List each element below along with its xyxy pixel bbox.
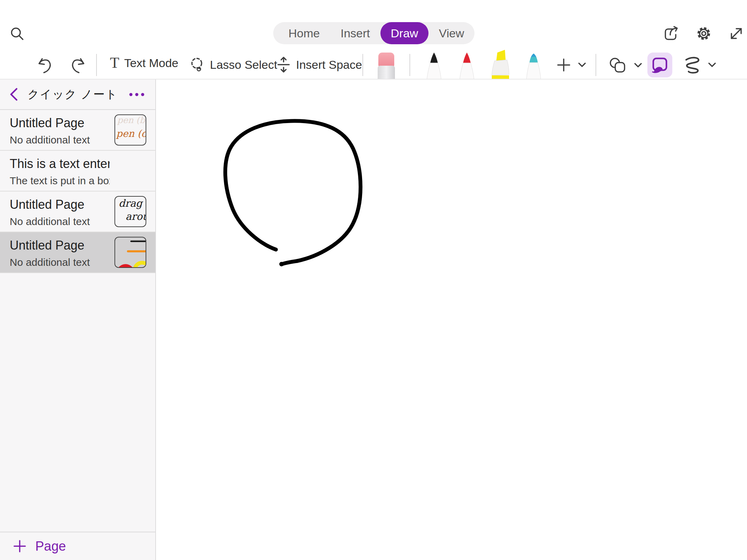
text-mode-button[interactable]: T Text Mode <box>110 55 178 71</box>
lasso-select-label: Lasso Select <box>210 58 277 72</box>
more-options-button[interactable] <box>127 91 146 98</box>
expand-icon <box>728 25 745 42</box>
tab-view[interactable]: View <box>428 22 474 44</box>
back-chevron-icon[interactable] <box>9 87 18 101</box>
search-icon <box>10 26 25 41</box>
undo-button[interactable] <box>36 57 54 74</box>
page-list-item-selected[interactable]: Untitled Page No additional text <box>0 232 155 273</box>
toolbar-divider <box>362 54 363 76</box>
toolbar-divider <box>96 54 97 76</box>
eraser-tool[interactable] <box>377 53 395 80</box>
ink-stroke-tail <box>282 261 297 264</box>
chevron-down-icon <box>634 63 642 68</box>
settings-button[interactable] <box>695 25 712 42</box>
top-bar: Home Insert Draw View <box>0 0 747 80</box>
ribbon-tabbar: Home Insert Draw View <box>273 22 474 44</box>
page-subtitle: No additional text <box>10 256 110 268</box>
red-pen-icon <box>456 52 477 80</box>
ink-stroke-circle <box>225 121 360 261</box>
page-title: Untitled Page <box>10 197 110 212</box>
redo-icon <box>68 57 86 74</box>
search-button[interactable] <box>9 26 26 42</box>
yellow-highlighter-icon <box>489 49 511 80</box>
thumbnail-handwriting: pen (ora <box>116 128 146 139</box>
chevron-down-icon <box>708 63 716 67</box>
fullscreen-button[interactable] <box>728 25 745 42</box>
page-list-item[interactable]: Untitled Page No additional text pen (bl… <box>0 110 155 151</box>
galaxy-pen-icon <box>523 52 544 80</box>
red-pen-tool[interactable] <box>456 52 477 80</box>
eraser-icon <box>377 53 395 80</box>
tab-insert[interactable]: Insert <box>330 22 380 44</box>
shapes-icon <box>609 57 627 73</box>
tab-home[interactable]: Home <box>278 22 330 44</box>
add-pen-button[interactable] <box>556 57 586 73</box>
page-title: Untitled Page <box>10 116 110 130</box>
page-title: This is a text entered in... <box>10 157 110 171</box>
undo-icon <box>36 57 54 74</box>
thumbnail-handwriting: pen (bl <box>117 115 146 125</box>
redo-button[interactable] <box>68 57 86 74</box>
yellow-highlighter-tool[interactable] <box>489 49 511 80</box>
insert-space-icon <box>276 56 291 73</box>
gear-icon <box>695 25 712 42</box>
plus-icon <box>556 57 571 73</box>
page-subtitle: The text is put in a box called... <box>10 175 110 187</box>
thumbnail-handwriting: arou <box>126 211 146 222</box>
tab-draw[interactable]: Draw <box>380 22 428 44</box>
toolbar-divider <box>409 54 410 76</box>
ink-note-button[interactable] <box>647 53 672 77</box>
add-page-label: Page <box>35 539 66 554</box>
ink-note-icon <box>652 57 668 73</box>
page-subtitle: No additional text <box>10 134 110 146</box>
squiggle-icon <box>684 56 701 74</box>
lasso-icon <box>188 56 205 73</box>
ink-drawing <box>157 80 747 560</box>
page-list-item[interactable]: This is a text entered in... The text is… <box>0 151 155 192</box>
black-pen-icon <box>424 52 444 80</box>
page-thumbnail <box>114 237 146 268</box>
thumbnail-sketch <box>115 237 146 268</box>
onenote-app: Home Insert Draw View <box>0 0 747 560</box>
shapes-button[interactable] <box>609 57 642 73</box>
page-thumbnail: drag arou <box>114 196 146 227</box>
ink-stroke-dot <box>279 262 284 267</box>
toolbar-divider <box>596 54 596 76</box>
plus-icon <box>13 540 26 553</box>
insert-space-label: Insert Space <box>296 58 362 72</box>
sidebar-header: クイック ノート <box>0 80 155 110</box>
scribble-style-button[interactable] <box>684 56 716 74</box>
note-canvas[interactable] <box>157 80 747 560</box>
text-mode-label: Text Mode <box>124 56 178 70</box>
lasso-select-button[interactable]: Lasso Select <box>188 56 277 73</box>
page-title: Untitled Page <box>10 238 110 253</box>
galaxy-pen-tool[interactable] <box>523 52 544 80</box>
page-list-sidebar: クイック ノート Untitled Page No additional tex… <box>0 80 156 560</box>
share-icon <box>663 25 680 42</box>
section-title: クイック ノート <box>18 87 127 102</box>
page-subtitle: No additional text <box>10 216 110 227</box>
insert-space-button[interactable]: Insert Space <box>276 56 362 73</box>
thumbnail-handwriting: drag <box>119 197 142 209</box>
share-button[interactable] <box>663 25 680 42</box>
page-thumbnail: pen (bl pen (ora <box>114 114 146 146</box>
chevron-down-icon <box>578 63 586 67</box>
page-list-item[interactable]: Untitled Page No additional text drag ar… <box>0 192 155 232</box>
text-mode-icon: T <box>110 55 119 71</box>
add-page-button[interactable]: Page <box>0 532 155 560</box>
black-pen-tool[interactable] <box>424 52 444 80</box>
